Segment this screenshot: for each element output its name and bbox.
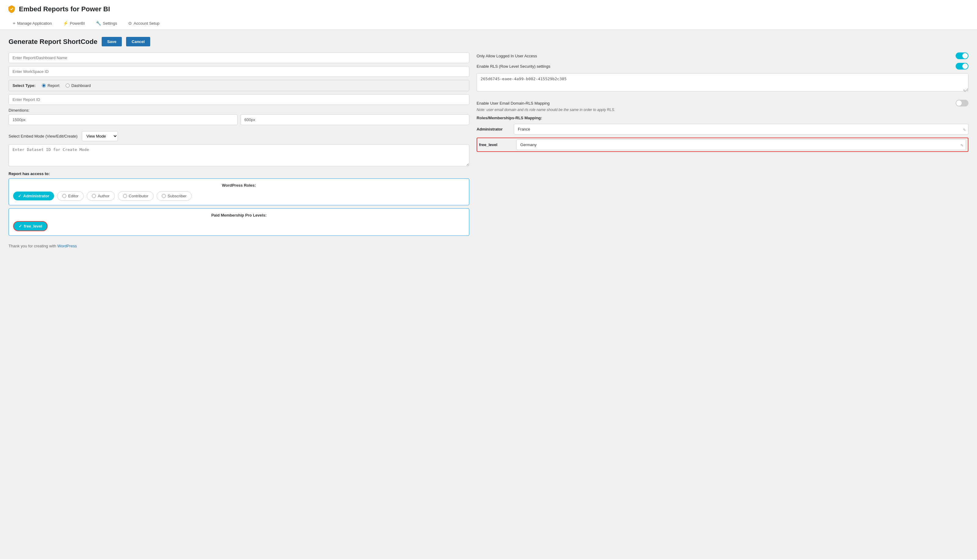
- plus-icon: +: [13, 21, 15, 26]
- dimensions-group: Dimentions:: [8, 108, 469, 128]
- edit-icon-administrator: ✎: [963, 128, 966, 132]
- report-id-group: [8, 94, 469, 105]
- roles-mapping-label: Roles/Memberships-RLS Mapping:: [477, 116, 969, 120]
- email-domain-toggle-row: Enable User Email Domain-RLS Mapping: [477, 100, 969, 107]
- embed-mode-select[interactable]: View Mode Edit Mode Create Mode: [82, 131, 118, 141]
- nav-tabs: + Manage Application ⚡ PowerBI 🔧 Setting…: [7, 18, 970, 29]
- email-domain-toggle[interactable]: [955, 100, 969, 107]
- select-type-row: Select Type: Report Dashboard: [8, 80, 469, 91]
- report-name-input[interactable]: [8, 52, 469, 63]
- edit-icon-free-level: ✎: [960, 143, 964, 148]
- membership-box: Paid Membership Pro Levels: ✓ free_level: [8, 208, 469, 236]
- checkmark-icon: ✓: [18, 194, 22, 198]
- role-subscriber[interactable]: Subscriber: [157, 191, 192, 201]
- mapping-input-free-level-wrap: ✎: [516, 139, 966, 150]
- mapping-input-free-level[interactable]: [516, 139, 966, 150]
- wordpress-link[interactable]: WordPress: [57, 244, 77, 248]
- role-contributor[interactable]: Contributor: [118, 191, 154, 201]
- dataset-id-group: [8, 144, 469, 167]
- footer-note: Thank you for creating with WordPress: [8, 244, 469, 248]
- membership-free-level[interactable]: ✓ free_level: [13, 221, 48, 231]
- edit-icon: ✎: [963, 89, 966, 93]
- checkmark-icon: ✓: [18, 224, 22, 228]
- mapping-input-administrator[interactable]: [514, 124, 969, 135]
- tab-powerbi[interactable]: ⚡ PowerBI: [57, 18, 90, 29]
- height-input[interactable]: [241, 114, 470, 125]
- report-name-group: [8, 52, 469, 63]
- rls-toggle[interactable]: [955, 63, 969, 70]
- save-button[interactable]: Save: [102, 37, 122, 47]
- page-header: Generate Report ShortCode Save Cancel: [8, 37, 969, 47]
- wrench-icon: 🔧: [96, 21, 101, 26]
- tab-manage-application[interactable]: + Manage Application: [7, 18, 57, 29]
- dimensions-label: Dimentions:: [8, 108, 469, 113]
- role-administrator[interactable]: ✓ Administrator: [13, 192, 54, 200]
- email-domain-note: Note: user email domain and rls role nam…: [477, 108, 969, 112]
- membership-title: Paid Membership Pro Levels:: [13, 213, 465, 217]
- access-label: Report has access to:: [8, 172, 469, 176]
- powerbi-icon: ⚡: [63, 21, 68, 26]
- app-logo-icon: [7, 5, 16, 13]
- rls-value-input[interactable]: 265d6745-eaee-4a99-b082-415529b2c385: [477, 73, 969, 92]
- mapping-input-administrator-wrap: ✎: [514, 124, 969, 135]
- cancel-button[interactable]: Cancel: [126, 37, 150, 47]
- select-type-label: Select Type:: [13, 83, 36, 88]
- mapping-role-free-level: free_level: [479, 142, 513, 147]
- page-title: Generate Report ShortCode: [8, 38, 97, 46]
- logged-in-toggle-row: Only Allow Logged In User Access: [477, 52, 969, 59]
- rls-toggle-row: Enable RLS (Row Level Security) settings: [477, 63, 969, 70]
- rls-value-wrap: 265d6745-eaee-4a99-b082-415529b2c385 ✎: [477, 73, 969, 95]
- tab-account-setup[interactable]: ⊙ Account Setup: [123, 18, 165, 29]
- wordpress-roles-title: WordPress Roles:: [13, 183, 465, 188]
- account-icon: ⊙: [128, 21, 132, 26]
- workspace-id-input[interactable]: [8, 66, 469, 77]
- workspace-id-group: [8, 66, 469, 77]
- tab-settings[interactable]: 🔧 Settings: [90, 18, 123, 29]
- mapping-row-administrator: Administrator ✎: [477, 124, 969, 135]
- radio-dashboard[interactable]: Dashboard: [66, 83, 91, 88]
- embed-mode-row: Select Embed Mode (View/Edit/Create) Vie…: [8, 131, 469, 141]
- app-title: Embed Reports for Power BI: [19, 5, 110, 13]
- embed-mode-label: Select Embed Mode (View/Edit/Create): [8, 134, 77, 138]
- roles-row: ✓ Administrator Editor Author: [13, 191, 465, 201]
- dataset-id-input[interactable]: [8, 144, 469, 166]
- role-editor[interactable]: Editor: [57, 191, 84, 201]
- report-id-input[interactable]: [8, 94, 469, 105]
- width-input[interactable]: [8, 114, 238, 125]
- wordpress-roles-box: WordPress Roles: ✓ Administrator Editor: [8, 178, 469, 205]
- membership-levels-row: ✓ free_level: [13, 221, 465, 231]
- email-domain-label: Enable User Email Domain-RLS Mapping: [477, 101, 550, 105]
- mapping-row-free-level: free_level ✎: [477, 138, 969, 152]
- role-author[interactable]: Author: [87, 191, 114, 201]
- mapping-role-administrator: Administrator: [477, 127, 510, 132]
- rls-label: Enable RLS (Row Level Security) settings: [477, 64, 550, 68]
- radio-report[interactable]: Report: [42, 83, 60, 88]
- logged-in-toggle[interactable]: [955, 52, 969, 59]
- logged-in-label: Only Allow Logged In User Access: [477, 54, 537, 58]
